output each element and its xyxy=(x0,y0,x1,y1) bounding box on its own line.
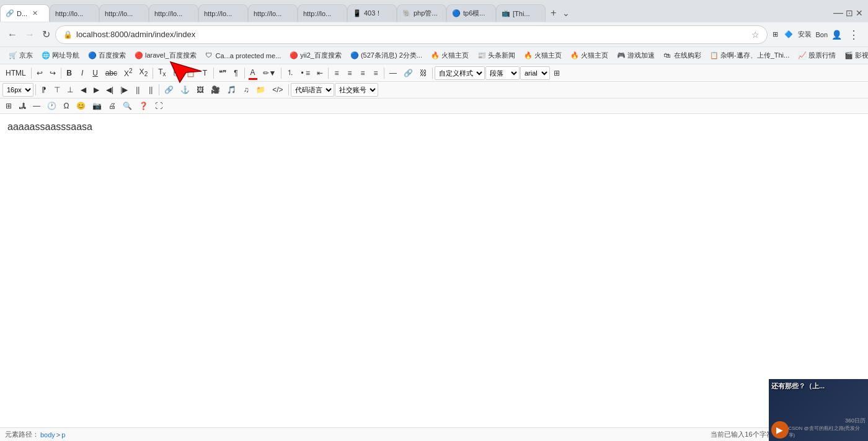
clock-button[interactable]: 🕐 xyxy=(44,100,60,112)
bookmark-item[interactable]: 🔥 火猫主页 xyxy=(427,50,472,61)
bold-button[interactable]: B xyxy=(63,67,76,79)
table-button[interactable]: ⊞ xyxy=(2,100,15,112)
help-button[interactable]: ❓ xyxy=(136,100,151,112)
outdent-button[interactable]: ⇤ xyxy=(314,67,326,79)
paragraph-select[interactable]: 段落 标题1 标题2 标题3 xyxy=(485,66,520,80)
fullscreen-button[interactable]: ⛶ xyxy=(152,100,166,112)
url-input[interactable] xyxy=(76,30,748,39)
bookmark-item[interactable]: 🔴 laravel_百度搜索 xyxy=(131,50,200,61)
bookmark-star-button[interactable]: ☆ xyxy=(751,30,760,40)
align-center-button[interactable]: ≡ xyxy=(343,67,356,79)
image-button[interactable]: 🖼 xyxy=(193,84,207,96)
ext-button[interactable]: 🔷 xyxy=(782,29,795,40)
tab-item[interactable]: 📱 403！ xyxy=(347,4,397,22)
print-button[interactable]: 🖨 xyxy=(105,100,119,112)
tb-format-btn[interactable]: ◀| xyxy=(103,84,117,96)
social-select[interactable]: 社交账号 xyxy=(335,83,378,97)
code-button[interactable]: </> xyxy=(269,84,286,96)
reload-button[interactable]: ↻ xyxy=(40,26,53,43)
tab-item[interactable]: http://lo... xyxy=(99,4,149,22)
removeformat-button[interactable]: Tx xyxy=(155,66,169,79)
audio-button[interactable]: 🎵 xyxy=(224,84,239,96)
paste-button[interactable]: 📋 xyxy=(183,67,198,79)
strikethrough-button[interactable]: abc xyxy=(102,67,120,79)
bookmark-item[interactable]: 🔴 yii2_百度搜索 xyxy=(286,50,345,61)
italic-button[interactable]: I xyxy=(76,67,89,79)
ext-button[interactable]: ⊞ xyxy=(770,29,781,40)
tab-item[interactable]: http://lo... xyxy=(149,4,198,22)
subscript-button[interactable]: X2 xyxy=(136,66,151,79)
align-justify-button[interactable]: ≡ xyxy=(370,67,382,79)
tb-format-btn[interactable]: |▶ xyxy=(117,84,131,96)
bookmark-item[interactable]: 📋 杂啊-邋存、上传_Thi... xyxy=(706,50,793,61)
search3-button[interactable]: 🔍 xyxy=(120,100,135,112)
code-lang-select[interactable]: 代码语言 xyxy=(291,83,334,97)
bookmark-item[interactable]: 🔵 百度搜索 xyxy=(84,50,130,61)
minimize-button[interactable]: — xyxy=(833,7,843,19)
font-color-button[interactable]: A xyxy=(247,66,259,77)
undo-button[interactable]: ↩ xyxy=(33,67,46,79)
file-button[interactable]: 📁 xyxy=(253,84,268,96)
forward-button[interactable]: → xyxy=(22,27,37,43)
tab-active[interactable]: 🔗 D... ✕ xyxy=(0,4,50,22)
bookmark-item[interactable]: 🔥 火猫主页 xyxy=(520,50,565,61)
align-left-button[interactable]: ≡ xyxy=(330,67,343,79)
link2-button[interactable]: 🔗 xyxy=(161,84,177,96)
unlink-button[interactable]: ⛓ xyxy=(417,67,430,79)
bookmark-item[interactable]: 🎮 游戏加速 xyxy=(613,50,658,61)
bookmark-item[interactable]: 🛒 京东 xyxy=(5,50,37,61)
music-button[interactable]: ♫ xyxy=(240,84,252,96)
new-tab-button[interactable]: + xyxy=(548,6,559,20)
tb-format-btn[interactable]: ⊤ xyxy=(51,84,63,96)
back-button[interactable]: ← xyxy=(5,27,20,43)
superscript-button[interactable]: X2 xyxy=(121,66,136,80)
video-play-button[interactable]: ▶ xyxy=(771,421,789,439)
tab-item[interactable]: http://lo... xyxy=(198,4,248,22)
anchor-button[interactable]: ⚓ xyxy=(177,84,193,96)
expand-button[interactable]: ⊞ xyxy=(551,67,563,79)
breadcrumb-body-link[interactable]: body xyxy=(40,431,55,439)
maximize-button[interactable]: ⊡ xyxy=(846,8,853,18)
bookmark-item[interactable]: 🔥 火猫主页 xyxy=(567,50,612,61)
tb-format-btn[interactable]: ⊥ xyxy=(64,84,76,96)
close-window-button[interactable]: ✕ xyxy=(856,8,863,18)
highlight-button[interactable]: ✏▼ xyxy=(260,67,280,79)
bookmark-item[interactable]: 🎬 影视大全 xyxy=(841,50,868,61)
tb-format-btn[interactable]: ◀ xyxy=(77,84,89,96)
html-source-button[interactable]: HTML xyxy=(2,67,29,79)
bookmark-item[interactable]: 🔵 (527条消息) 2分类... xyxy=(347,50,426,61)
insert-hr-button[interactable]: — xyxy=(386,67,400,79)
font-family-select[interactable]: arial 宋体 黑体 xyxy=(520,66,550,80)
align-right-button[interactable]: ≡ xyxy=(356,67,369,79)
symbol-button[interactable]: Ω xyxy=(60,100,73,112)
tab-item[interactable]: http://lo... xyxy=(248,4,298,22)
editor-content-area[interactable]: aaaaassaasssaasa xyxy=(0,114,868,427)
menu-button[interactable]: ⋮ xyxy=(844,27,863,43)
tb-format-btn[interactable]: || xyxy=(131,84,144,96)
bookmark-item[interactable]: 🌐 网址导航 xyxy=(38,50,83,61)
fontsize-select[interactable]: 16px 12px 14px 18px 20px 24px xyxy=(2,83,33,97)
copy-button[interactable]: ⎘ xyxy=(170,67,182,79)
tab-item[interactable]: http://lo... xyxy=(50,4,99,22)
tab-item[interactable]: http://lo... xyxy=(298,4,347,22)
user-button[interactable]: 👤 xyxy=(831,30,842,40)
paragraph-button[interactable]: ¶ xyxy=(230,67,242,79)
bookmark-item[interactable]: 🛡 Ca...a protected me... xyxy=(202,50,285,61)
redo-button[interactable]: ↪ xyxy=(46,67,59,79)
unordered-list-button[interactable]: • ≡ xyxy=(298,67,313,79)
breadcrumb-p-link[interactable]: p xyxy=(61,431,65,439)
hr3-button[interactable]: — xyxy=(30,100,43,112)
ordered-list-button[interactable]: ⒈ xyxy=(283,66,297,80)
blockquote-button[interactable]: ❝❞ xyxy=(216,67,229,79)
pastetext-button[interactable]: T xyxy=(199,67,211,79)
tb-format-btn[interactable]: || xyxy=(144,84,157,96)
emoticon-button[interactable]: 😊 xyxy=(73,100,89,112)
bookmark-item[interactable]: 📈 股票行情 xyxy=(794,50,839,61)
link-button[interactable]: 🔗 xyxy=(401,67,416,79)
tab-close-button[interactable]: ✕ xyxy=(32,9,38,17)
tab-item[interactable]: 🐘 php管... xyxy=(397,4,446,22)
bookmark-item[interactable]: 📰 头条新闻 xyxy=(474,50,519,61)
image3-button[interactable]: 🏞 xyxy=(16,100,29,112)
tab-item[interactable]: 🔵 tp6模... xyxy=(446,4,496,22)
tab-item[interactable]: 📺 [Thi... xyxy=(496,4,546,22)
